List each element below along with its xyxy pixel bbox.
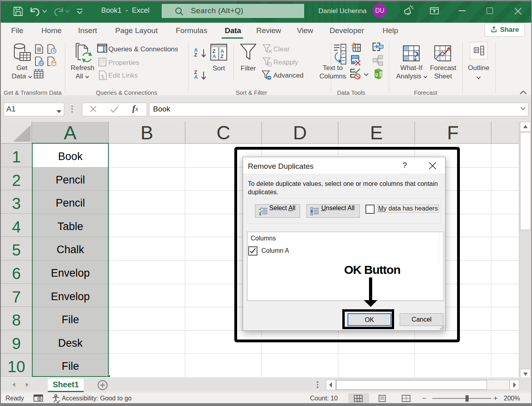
svg-text:?: ? — [412, 49, 419, 62]
